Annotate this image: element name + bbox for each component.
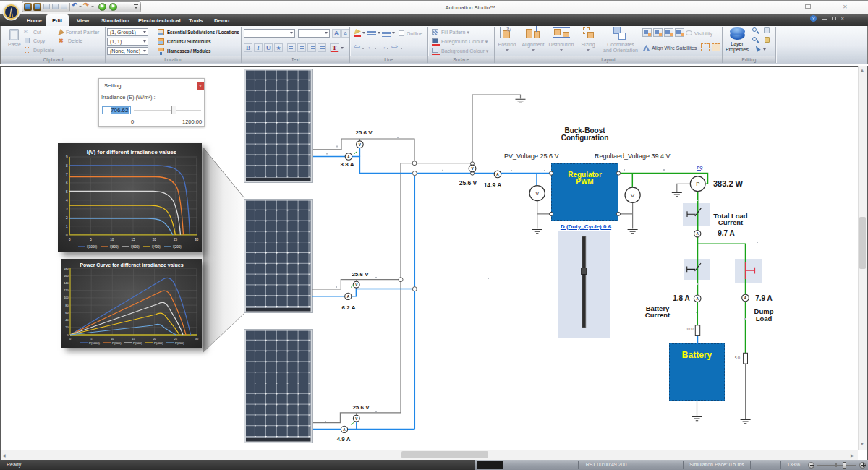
svg-text:V: V xyxy=(535,190,539,197)
svg-text:P: P xyxy=(696,181,699,187)
svg-text:V: V xyxy=(631,192,634,199)
